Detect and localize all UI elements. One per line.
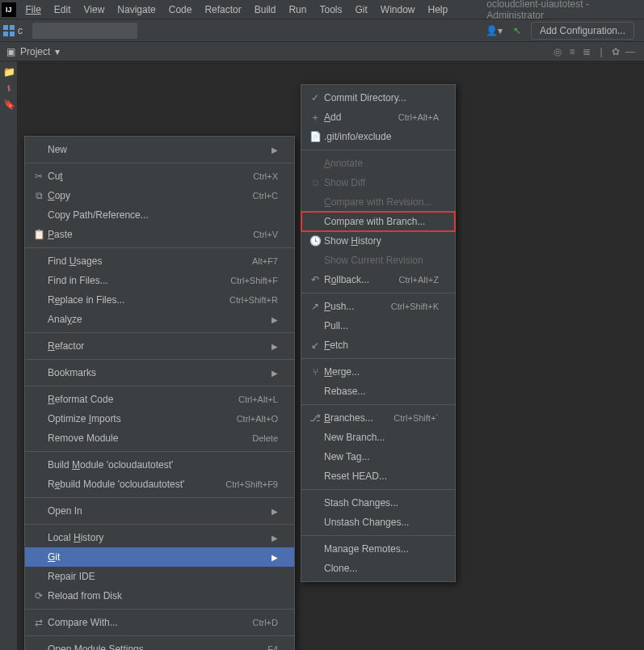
menu-item-label: Clone... bbox=[324, 563, 439, 574]
menu-edit[interactable]: Edit bbox=[48, 0, 78, 19]
menu-item-clone[interactable]: Clone... bbox=[301, 559, 455, 578]
menu-item-label: Rollback... bbox=[324, 274, 390, 285]
menu-item-label: Cut bbox=[48, 171, 245, 182]
menu-item-label: Unstash Changes... bbox=[324, 517, 439, 528]
shortcut: Ctrl+V bbox=[253, 230, 278, 239]
menu-file[interactable]: File bbox=[19, 0, 48, 19]
menu-item-bookmarks[interactable]: Bookmarks▶ bbox=[25, 363, 294, 382]
⎇-icon: ⎇ bbox=[306, 412, 324, 424]
project-tool-bar: ▣ Project ▾ ◎ ≡ ≣ | ✿ — bbox=[0, 42, 644, 61]
menu-item-label: Merge... bbox=[324, 366, 439, 378]
stats-icon[interactable]: ⫮ bbox=[3, 82, 15, 94]
shortcut: Ctrl+Alt+L bbox=[238, 395, 278, 404]
breadcrumb-chip[interactable] bbox=[32, 23, 137, 39]
menu-item-new-tag[interactable]: New Tag... bbox=[301, 447, 455, 466]
add-configuration-button[interactable]: Add Configuration... bbox=[531, 22, 634, 40]
menu-item-analyze[interactable]: Analyze▶ bbox=[25, 310, 294, 329]
menu-item-open-module-settings[interactable]: Open Module SettingsF4 bbox=[25, 639, 294, 650]
menu-item-repair-ide[interactable]: Repair IDE bbox=[25, 567, 294, 586]
menu-item-paste[interactable]: 📋PasteCtrl+V bbox=[25, 225, 294, 244]
menu-tools[interactable]: Tools bbox=[313, 0, 348, 19]
menu-build[interactable]: Build bbox=[248, 0, 283, 19]
menu-item-label: Fetch bbox=[324, 340, 439, 351]
menu-item-pull[interactable]: Pull... bbox=[301, 316, 455, 336]
menu-help[interactable]: Help bbox=[422, 0, 455, 19]
menu-item-new[interactable]: New▶ bbox=[25, 140, 294, 159]
menu-item-label: Show History bbox=[324, 235, 439, 247]
menu-item-rebuild-module-ocloudautotest[interactable]: Rebuild Module 'ocloudautotest'Ctrl+Shif… bbox=[25, 475, 294, 494]
menu-item-remove-module[interactable]: Remove ModuleDelete bbox=[25, 428, 294, 448]
bookmark-icon[interactable]: 🔖 bbox=[3, 99, 15, 110]
menu-refactor[interactable]: Refactor bbox=[198, 0, 247, 19]
⑂-icon: ⑂ bbox=[306, 366, 324, 378]
chevron-right-icon: ▶ bbox=[271, 146, 278, 154]
user-icon[interactable]: 👤▾ bbox=[486, 22, 503, 40]
window-title: ocloudclient-uiautotest - Administrator bbox=[486, 0, 644, 21]
menu-item-reformat-code[interactable]: Reformat CodeCtrl+Alt+L bbox=[25, 390, 294, 409]
menu-item-reload-from-disk[interactable]: ⟳Reload from Disk bbox=[25, 586, 294, 606]
menu-item-merge[interactable]: ⑂Merge... bbox=[301, 362, 455, 382]
menu-item-build-module-ocloudautotest[interactable]: Build Module 'ocloudautotest' bbox=[25, 455, 294, 475]
minimize-icon[interactable]: — bbox=[623, 46, 638, 57]
menu-view[interactable]: View bbox=[78, 0, 112, 19]
menu-item-label: Annotate bbox=[324, 158, 439, 169]
menu-item-git[interactable]: Git▶ bbox=[25, 547, 294, 567]
menu-item-show-history[interactable]: 🕓Show History bbox=[301, 231, 455, 251]
menu-item-label: New Tag... bbox=[324, 451, 439, 462]
hammer-icon[interactable]: ↖ bbox=[508, 22, 526, 40]
menu-item-manage-remotes[interactable]: Manage Remotes... bbox=[301, 539, 455, 559]
menu-item-new-branch[interactable]: New Branch... bbox=[301, 428, 455, 447]
menu-item-cut[interactable]: ✂CutCtrl+X bbox=[25, 167, 294, 186]
menu-item-label: Branches... bbox=[324, 412, 385, 424]
menu-item-rebase[interactable]: Rebase... bbox=[301, 382, 455, 401]
menu-item-add[interactable]: ＋AddCtrl+Alt+A bbox=[301, 108, 455, 127]
menu-item-replace-in-files[interactable]: Replace in Files...Ctrl+Shift+R bbox=[25, 290, 294, 310]
project-tool-label[interactable]: Project bbox=[20, 46, 50, 57]
menu-window[interactable]: Window bbox=[374, 0, 422, 19]
menu-item-fetch[interactable]: ↙Fetch bbox=[301, 336, 455, 355]
shortcut: Ctrl+Alt+A bbox=[398, 112, 439, 122]
menu-item-push[interactable]: ↗Push...Ctrl+Shift+K bbox=[301, 297, 455, 316]
menu-run[interactable]: Run bbox=[282, 0, 313, 19]
menu-item-copy[interactable]: ⧉CopyCtrl+C bbox=[25, 186, 294, 205]
menu-item-local-history[interactable]: Local History▶ bbox=[25, 528, 294, 547]
menu-item-label: Open Module Settings bbox=[48, 644, 259, 650]
✂-icon: ✂ bbox=[30, 171, 48, 182]
menu-code[interactable]: Code bbox=[162, 0, 199, 19]
menu-item-unstash-changes[interactable]: Unstash Changes... bbox=[301, 513, 455, 532]
menu-item-label: Copy bbox=[48, 190, 245, 201]
expand-icon[interactable]: ≡ bbox=[565, 46, 579, 57]
menu-item-label: Copy Path/Reference... bbox=[48, 209, 278, 221]
shortcut: F4 bbox=[267, 644, 278, 650]
menu-item-git-info-exclude[interactable]: 📄.git/info/exclude bbox=[301, 127, 455, 146]
menu-item-open-in[interactable]: Open In▶ bbox=[25, 501, 294, 521]
menu-item-reset-head[interactable]: Reset HEAD... bbox=[301, 466, 455, 486]
menu-item-find-usages[interactable]: Find UsagesAlt+F7 bbox=[25, 251, 294, 271]
menu-navigate[interactable]: Navigate bbox=[111, 0, 162, 19]
folder-icon[interactable]: 📁 bbox=[3, 66, 15, 78]
menu-git[interactable]: Git bbox=[348, 0, 373, 19]
menu-item-branches[interactable]: ⎇Branches...Ctrl+Shift+` bbox=[301, 408, 455, 428]
menu-item-rollback[interactable]: ↶Rollback...Ctrl+Alt+Z bbox=[301, 270, 455, 289]
chevron-down-icon[interactable]: ▾ bbox=[55, 46, 60, 57]
menu-item-label: Show Current Revision bbox=[324, 255, 439, 266]
menu-item-optimize-imports[interactable]: Optimize ImportsCtrl+Alt+O bbox=[25, 409, 294, 428]
menu-item-copy-path-reference[interactable]: Copy Path/Reference... bbox=[25, 205, 294, 225]
menu-item-stash-changes[interactable]: Stash Changes... bbox=[301, 493, 455, 513]
menu-item-show-current-revision: Show Current Revision bbox=[301, 251, 455, 270]
＋-icon: ＋ bbox=[306, 111, 324, 125]
divider-icon: | bbox=[594, 46, 608, 57]
gear-icon[interactable]: ✿ bbox=[608, 46, 623, 57]
menu-item-find-in-files[interactable]: Find in Files...Ctrl+Shift+F bbox=[25, 271, 294, 290]
target-icon[interactable]: ◎ bbox=[550, 46, 565, 57]
menu-item-label: Paste bbox=[48, 229, 245, 240]
shortcut: Ctrl+Alt+Z bbox=[398, 275, 439, 285]
menu-item-label: Analyze bbox=[48, 314, 265, 325]
menu-item-compare-with[interactable]: ⇄Compare With...Ctrl+D bbox=[25, 613, 294, 632]
collapse-icon[interactable]: ≣ bbox=[579, 46, 594, 57]
menu-item-label: New bbox=[48, 144, 265, 155]
menu-item-label: Remove Module bbox=[48, 433, 244, 444]
menu-item-commit-directory[interactable]: ✓Commit Directory... bbox=[301, 88, 455, 108]
menu-item-compare-with-branch[interactable]: Compare with Branch... bbox=[301, 212, 455, 231]
menu-item-refactor[interactable]: Refactor▶ bbox=[25, 336, 294, 356]
